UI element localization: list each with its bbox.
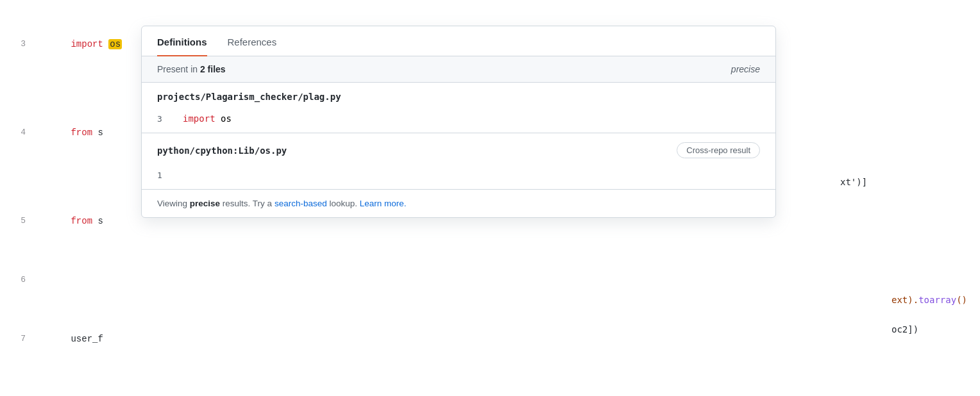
right-code-oc2: oc2]) bbox=[891, 324, 918, 334]
footer-suffix: lookup. bbox=[327, 199, 360, 208]
search-based-link[interactable]: search-based bbox=[275, 199, 327, 208]
line-number: 4 bbox=[0, 118, 38, 147]
line-number: 5 bbox=[0, 206, 38, 236]
os-token: os bbox=[108, 39, 122, 49]
keyword-import: import bbox=[71, 39, 103, 49]
summary-suffix: files bbox=[205, 64, 226, 74]
summary-bar: Present in 2 files precise bbox=[142, 56, 775, 83]
code-line-6: 6 bbox=[0, 265, 980, 295]
code-line-7: 7 user_f bbox=[0, 295, 980, 383]
import-rest-1: os bbox=[215, 113, 232, 124]
code-content bbox=[38, 265, 980, 295]
file-code-content-1: import os bbox=[183, 113, 232, 124]
file-header-1: projects/Plagarism_checker/plag.py bbox=[142, 83, 775, 111]
file-path-2[interactable]: python/cpython:Lib/os.py bbox=[157, 145, 287, 156]
file-code-2: 1 bbox=[142, 167, 775, 189]
code-content: user_f bbox=[38, 295, 980, 383]
tab-references[interactable]: References bbox=[228, 26, 277, 56]
precise-label: precise bbox=[731, 64, 760, 74]
footer-prefix: Viewing bbox=[157, 199, 190, 208]
file-code-content-2 bbox=[183, 170, 188, 180]
tab-definitions[interactable]: Definitions bbox=[157, 26, 207, 56]
definitions-popup: Definitions References Present in 2 file… bbox=[141, 26, 776, 218]
import-keyword-1: import bbox=[183, 113, 215, 124]
keyword-from: from bbox=[71, 128, 92, 138]
keyword-from: from bbox=[71, 216, 92, 226]
code-line-8: 8 user_n bbox=[0, 383, 980, 396]
line-number: 3 bbox=[0, 29, 38, 59]
summary-prefix: Present in bbox=[157, 64, 200, 74]
summary-count: 2 bbox=[200, 64, 205, 74]
learn-more-link[interactable]: Learn more. bbox=[360, 199, 407, 208]
line-number: 6 bbox=[0, 265, 38, 295]
footer-precise: precise bbox=[190, 199, 220, 208]
right-code-xt: xt')] bbox=[840, 177, 867, 187]
cross-repo-badge: Cross-repo result bbox=[677, 142, 760, 158]
code-content: user_n bbox=[38, 383, 980, 396]
popup-tabs: Definitions References bbox=[142, 26, 775, 56]
file-section-1: projects/Plagarism_checker/plag.py 3 imp… bbox=[142, 83, 775, 133]
summary-text: Present in 2 files bbox=[157, 64, 226, 74]
file-code-1: 3 import os bbox=[142, 111, 775, 133]
file-header-2: python/cpython:Lib/os.py Cross-repo resu… bbox=[142, 133, 775, 167]
popup-footer: Viewing precise results. Try a search-ba… bbox=[142, 190, 775, 217]
file-line-num-1: 3 bbox=[157, 114, 170, 124]
file-path-1[interactable]: projects/Plagarism_checker/plag.py bbox=[157, 92, 341, 102]
right-code-toarray: ext).toarray() bbox=[891, 295, 967, 305]
line-number: 7 bbox=[0, 324, 38, 354]
file-line-num-2: 1 bbox=[157, 170, 170, 180]
footer-middle: results. Try a bbox=[220, 199, 275, 208]
file-section-2: python/cpython:Lib/os.py Cross-repo resu… bbox=[142, 133, 775, 190]
